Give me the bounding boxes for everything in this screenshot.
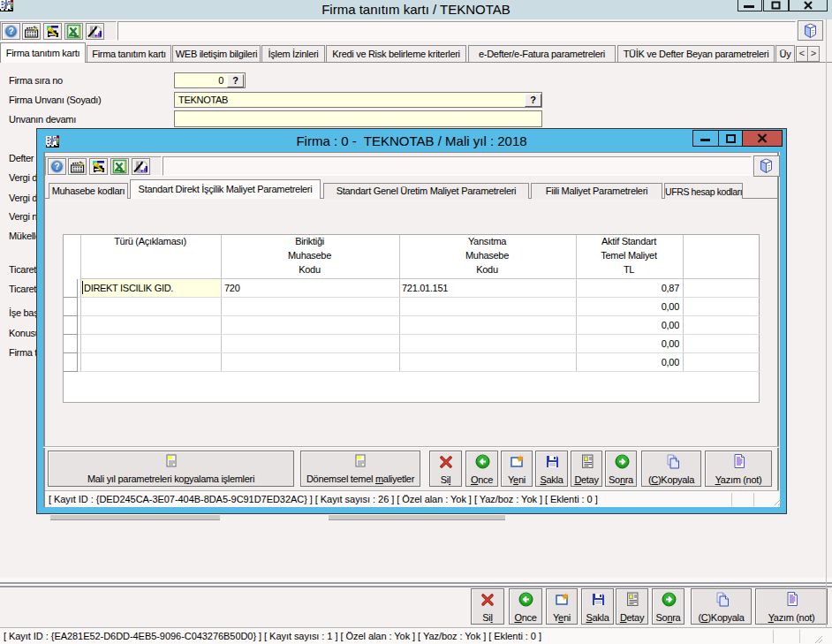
svg-text:?: ? xyxy=(54,162,59,171)
svg-text:?: ? xyxy=(8,27,13,36)
